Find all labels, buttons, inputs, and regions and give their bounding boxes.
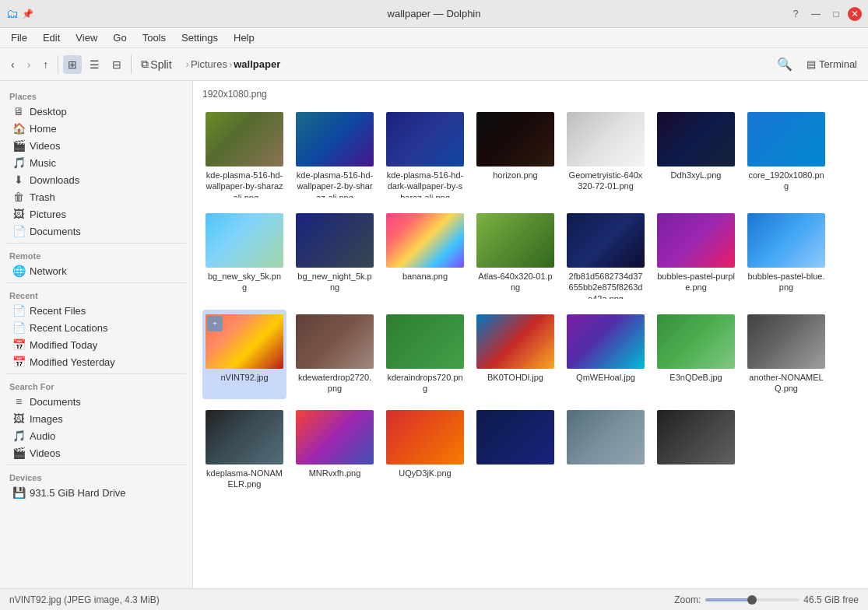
menu-item-go[interactable]: Go (105, 30, 134, 45)
file-name-kdewaterdrop: kdewaterdrop2720.png (296, 372, 374, 394)
menu-item-file[interactable]: File (3, 30, 35, 45)
file-name-banana: banana.png (402, 271, 448, 282)
file-item-geometryistic[interactable]: Geometryistic-640x320-72-01.png (564, 107, 648, 202)
file-item-bk0tohdi[interactable]: BK0TOHDl.jpg (473, 310, 557, 399)
sidebar-item-harddrive[interactable]: 💾931.5 GiB Hard Drive (0, 484, 192, 501)
sidebar-item-documents[interactable]: 📄Documents (0, 223, 192, 240)
file-item-atlas[interactable]: Atlas-640x320-01.png (473, 209, 557, 303)
file-thumb-horizon (476, 112, 554, 167)
file-grid: kde-plasma-516-hd-wallpaper-by-sharaz-al… (199, 104, 862, 497)
menu-item-help[interactable]: Help (226, 30, 262, 45)
file-item-mountain[interactable] (564, 405, 648, 495)
sidebar-item-recent-locations[interactable]: 📄Recent Locations (0, 319, 192, 336)
sidebar-item-label-documents: Documents (30, 226, 81, 237)
statusbar: nVINT92.jpg (JPEG image, 4.3 MiB) Zoom: … (0, 588, 868, 610)
file-item-kdeplasmalr[interactable]: kdeplasma-NONAMELR.png (202, 405, 286, 495)
file-item-bubblespurple[interactable]: bubbles-pastel-purple.png (654, 209, 738, 303)
file-thumb-ddh3xyl (657, 112, 735, 167)
sidebar-item-images[interactable]: 🖼Images (0, 410, 192, 427)
maximize-button[interactable]: □ (828, 5, 845, 23)
sidebar-item-label-audio: Audio (30, 430, 55, 442)
view-details-button[interactable]: ⊟ (107, 55, 126, 74)
file-item-banana[interactable]: banana.png (383, 209, 467, 303)
trash-icon: 🗑 (12, 191, 25, 203)
file-area[interactable]: 1920x1080.png kde-plasma-516-hd-wallpape… (193, 81, 868, 588)
pin-icon[interactable]: 📌 (22, 9, 33, 19)
audio-icon: 🎵 (12, 429, 25, 442)
sidebar-item-documents[interactable]: ≡Documents (0, 393, 192, 410)
file-name-qmwehoal: QmWEHoal.jpg (576, 372, 635, 383)
file-item-qmwehoal[interactable]: QmWEHoal.jpg (564, 310, 648, 399)
file-item-car[interactable] (654, 405, 738, 495)
free-space: 46.5 GiB free (803, 594, 859, 605)
sidebar-item-videos[interactable]: 🎬Videos (0, 137, 192, 154)
file-item-bubblesblue[interactable]: bubbles-pastel-blue.png (744, 209, 828, 303)
home-icon: 🏠 (12, 122, 25, 135)
file-name-2fb81d: 2fb81d5682734d37655bb2e875f8263de42a.png (567, 271, 645, 299)
file-item-horizon[interactable]: horizon.png (473, 107, 557, 202)
bc-pictures[interactable]: Pictures (191, 58, 227, 70)
window-title: wallpaper — Dolphin (388, 8, 481, 19)
menu-item-view[interactable]: View (68, 30, 105, 45)
sidebar-item-downloads[interactable]: ⬇Downloads (0, 171, 192, 188)
file-item-2fb81d[interactable]: 2fb81d5682734d37655bb2e875f8263de42a.png (564, 209, 648, 303)
close-button[interactable]: ✕ (848, 7, 862, 21)
file-thumb-bubblespurple (657, 213, 735, 268)
file-item-kderaindrops[interactable]: kderaindrops720.png (383, 310, 467, 399)
view-icons-button[interactable]: ⊞ (63, 55, 82, 74)
menu-item-tools[interactable]: Tools (135, 30, 174, 45)
sidebar-item-modified-today[interactable]: 📅Modified Today (0, 336, 192, 353)
sidebar-item-videos[interactable]: 🎬Videos (0, 444, 192, 461)
view-compact-button[interactable]: ☰ (85, 55, 104, 74)
menu-item-edit[interactable]: Edit (35, 30, 68, 45)
titlebar: 🗂 📌 wallpaper — Dolphin ? — □ ✕ (0, 0, 868, 28)
file-item-kdewaterdrop[interactable]: kdewaterdrop2720.png (293, 310, 377, 399)
file-item-kdeplasma3[interactable]: kde-plasma-516-hd-dark-wallpaper-by-shar… (383, 107, 467, 202)
file-item-another[interactable]: another-NONAMELQ.png (744, 310, 828, 399)
sidebar-item-network[interactable]: 🌐Network (0, 262, 192, 279)
file-item-core[interactable]: core_1920x1080.png (744, 107, 828, 202)
file-thumb-mnrvxfh (296, 410, 374, 465)
sidebar-item-label-videos: Videos (30, 447, 61, 459)
file-item-kdeplasma1[interactable]: kde-plasma-516-hd-wallpaper-by-sharaz-al… (202, 107, 286, 202)
up-button[interactable]: ↑ (38, 55, 53, 74)
search-button[interactable]: 🔍 (772, 54, 797, 75)
sidebar-item-label-modified-today: Modified Today (30, 339, 97, 351)
zoom-slider[interactable] (705, 598, 799, 601)
sidebar-item-music[interactable]: 🎵Music (0, 154, 192, 171)
file-thumb-mountain (567, 410, 645, 465)
sidebar-item-recent-files[interactable]: 📄Recent Files (0, 302, 192, 319)
file-item-ddh3xyl[interactable]: Ddh3xyL.png (654, 107, 738, 202)
forward-button[interactable]: › (23, 55, 36, 74)
help-button[interactable]: ? (787, 5, 804, 23)
sidebar-item-pictures[interactable]: 🖼Pictures (0, 205, 192, 223)
sidebar-item-label-modified-yesterday: Modified Yesterday (30, 356, 115, 368)
terminal-button[interactable]: ▤ Terminal (802, 55, 862, 73)
minimize-button[interactable]: — (807, 5, 824, 23)
sidebar-item-trash[interactable]: 🗑Trash (0, 188, 192, 205)
file-name-bgnight: bg_new_night_5k.png (296, 271, 374, 293)
view-compact-icon: ☰ (90, 58, 100, 71)
file-thumb-kdewaterdrop (296, 314, 374, 369)
sidebar-section-recent: Recent (0, 286, 192, 302)
file-name-bubblesblue: bubbles-pastel-blue.png (747, 271, 825, 293)
file-item-e3nqde[interactable]: E3nQDeB.jpg (654, 310, 738, 399)
back-button[interactable]: ‹ (6, 55, 19, 74)
file-item-deepblue[interactable] (473, 405, 557, 495)
sidebar-item-home[interactable]: 🏠Home (0, 120, 192, 137)
file-item-mnrvxfh[interactable]: MNRvxfh.png (293, 405, 377, 495)
file-item-bgsky[interactable]: bg_new_sky_5k.png (202, 209, 286, 303)
file-item-bgnight[interactable]: bg_new_night_5k.png (293, 209, 377, 303)
bc-sep-2: › (229, 58, 232, 70)
sidebar-item-desktop[interactable]: 🖥Desktop (0, 103, 192, 120)
file-item-nvint92[interactable]: +nVINT92.jpg (202, 310, 286, 399)
menu-item-settings[interactable]: Settings (174, 30, 226, 45)
split-button[interactable]: ⧉ Split (136, 54, 176, 74)
file-item-kdeplasma2[interactable]: kde-plasma-516-hd-wallpaper-2-by-sharaz-… (293, 107, 377, 202)
sidebar-item-audio[interactable]: 🎵Audio (0, 427, 192, 444)
view-icons-icon: ⊞ (68, 58, 77, 71)
file-item-uqyd3jk[interactable]: UQyD3jK.png (383, 405, 467, 495)
sidebar-item-modified-yesterday[interactable]: 📅Modified Yesterday (0, 353, 192, 370)
split-icon: ⧉ (141, 58, 149, 71)
zoom-section: Zoom: 46.5 GiB free (674, 594, 859, 605)
